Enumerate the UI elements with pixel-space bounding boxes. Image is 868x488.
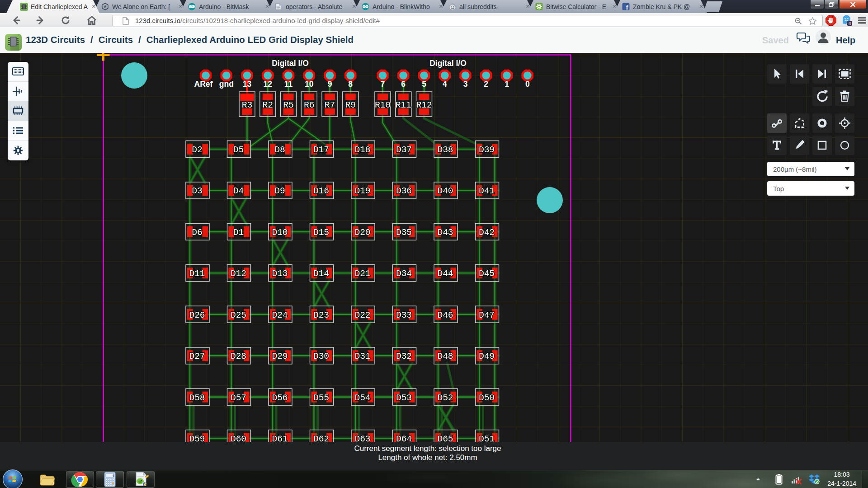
svg-text:0: 0 xyxy=(525,80,530,89)
svg-text:D19: D19 xyxy=(354,186,370,196)
svg-text:D45: D45 xyxy=(479,269,495,279)
svg-text:R10: R10 xyxy=(375,100,391,110)
svg-text:1: 1 xyxy=(505,80,509,89)
svg-text:D6: D6 xyxy=(192,228,202,238)
svg-text:D25: D25 xyxy=(231,310,246,320)
svg-text:D28: D28 xyxy=(231,352,246,361)
svg-text:D31: D31 xyxy=(354,352,370,361)
svg-text:R2: R2 xyxy=(262,100,273,110)
svg-text:D1: D1 xyxy=(233,228,244,238)
svg-text:7: 7 xyxy=(381,80,385,89)
svg-text:D56: D56 xyxy=(272,393,288,403)
svg-text:D23: D23 xyxy=(313,310,329,320)
svg-text:D2: D2 xyxy=(192,145,202,155)
svg-text:D24: D24 xyxy=(272,310,288,320)
svg-text:D37: D37 xyxy=(396,145,412,155)
svg-text:gnd: gnd xyxy=(219,80,234,89)
svg-text:12: 12 xyxy=(263,80,272,89)
svg-text:D42: D42 xyxy=(479,228,495,238)
svg-text:D12: D12 xyxy=(231,269,246,279)
svg-text:D53: D53 xyxy=(396,393,412,403)
svg-text:D35: D35 xyxy=(396,228,412,238)
svg-text:D11: D11 xyxy=(189,269,205,279)
svg-text:3: 3 xyxy=(463,80,468,89)
svg-text:D50: D50 xyxy=(479,393,495,403)
svg-text:D58: D58 xyxy=(189,393,205,403)
svg-text:D26: D26 xyxy=(189,310,205,320)
svg-text:D48: D48 xyxy=(437,352,453,361)
svg-text:D3: D3 xyxy=(192,186,202,196)
svg-text:D21: D21 xyxy=(354,269,370,279)
svg-text:R12: R12 xyxy=(416,100,432,110)
svg-text:D30: D30 xyxy=(313,352,329,361)
svg-text:D55: D55 xyxy=(313,393,329,403)
svg-text:D38: D38 xyxy=(437,145,453,155)
svg-text:D41: D41 xyxy=(479,186,495,196)
svg-text:D22: D22 xyxy=(354,310,370,320)
svg-text:D20: D20 xyxy=(354,228,370,238)
svg-text:8: 8 xyxy=(348,80,353,89)
svg-text:D15: D15 xyxy=(313,228,329,238)
svg-text:f: f xyxy=(626,4,628,10)
svg-text:D54: D54 xyxy=(354,393,370,403)
svg-text:D52: D52 xyxy=(437,393,453,403)
svg-text:2: 2 xyxy=(484,80,488,89)
svg-text:D8: D8 xyxy=(274,145,285,155)
svg-text:D34: D34 xyxy=(396,269,412,279)
svg-text:D10: D10 xyxy=(272,228,288,238)
svg-text:6: 6 xyxy=(401,80,406,89)
svg-text:D33: D33 xyxy=(396,310,412,320)
svg-text:10: 10 xyxy=(305,80,314,89)
svg-text:Digital I/O: Digital I/O xyxy=(429,59,467,68)
svg-text:D27: D27 xyxy=(189,352,205,361)
svg-text:D13: D13 xyxy=(272,269,288,279)
svg-text:11: 11 xyxy=(284,80,293,89)
svg-text:R3: R3 xyxy=(242,100,252,110)
svg-text:0: 0 xyxy=(113,474,114,478)
svg-text:D36: D36 xyxy=(396,186,412,196)
svg-text:R6: R6 xyxy=(304,100,314,110)
svg-text:D29: D29 xyxy=(272,352,288,361)
svg-text:D5: D5 xyxy=(233,145,244,155)
svg-text:R11: R11 xyxy=(396,100,411,110)
svg-text:D57: D57 xyxy=(231,393,246,403)
svg-text:4: 4 xyxy=(443,80,447,89)
svg-text:D9: D9 xyxy=(274,186,285,196)
svg-text:R7: R7 xyxy=(325,100,335,110)
svg-text:5: 5 xyxy=(422,80,426,89)
svg-text:Digital I/O: Digital I/O xyxy=(272,59,309,68)
svg-text:D43: D43 xyxy=(437,228,453,238)
svg-text:D17: D17 xyxy=(313,145,329,155)
svg-text:D18: D18 xyxy=(354,145,370,155)
svg-text:9: 9 xyxy=(328,80,332,89)
svg-text:R9: R9 xyxy=(345,100,355,110)
svg-text:D44: D44 xyxy=(437,269,453,279)
svg-text:D39: D39 xyxy=(479,145,495,155)
svg-text:R5: R5 xyxy=(283,100,293,110)
svg-text:D46: D46 xyxy=(437,310,453,320)
svg-text:ARef: ARef xyxy=(194,80,213,89)
svg-text:D4: D4 xyxy=(233,186,244,196)
svg-text:4: 4 xyxy=(849,21,851,26)
svg-text:D16: D16 xyxy=(313,186,329,196)
svg-text:D32: D32 xyxy=(396,352,412,361)
svg-text:D40: D40 xyxy=(437,186,453,196)
svg-text:D47: D47 xyxy=(479,310,495,320)
svg-text:D49: D49 xyxy=(479,352,495,361)
svg-text:D14: D14 xyxy=(313,269,329,279)
svg-text:13: 13 xyxy=(243,80,252,89)
